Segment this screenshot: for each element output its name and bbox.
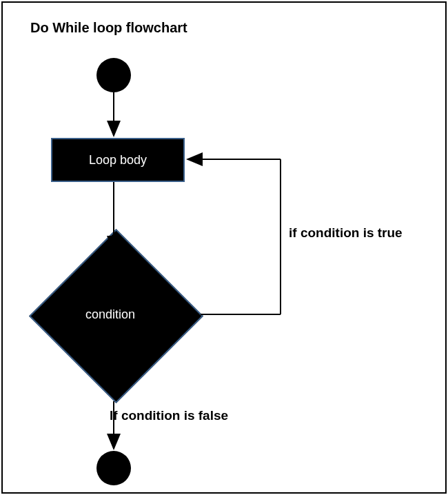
condition-label: condition: [85, 307, 135, 322]
true-branch-label: if condition is true: [289, 225, 403, 241]
diagram-title: Do While loop flowchart: [30, 20, 187, 36]
loop-body-node: Loop body: [51, 138, 185, 182]
loop-body-label: Loop body: [89, 153, 147, 168]
flowchart-container: Do While loop flowchart Loop body condit…: [1, 1, 447, 494]
end-node: [96, 451, 131, 485]
false-branch-label: If condition is false: [110, 408, 228, 423]
start-node: [96, 58, 131, 92]
